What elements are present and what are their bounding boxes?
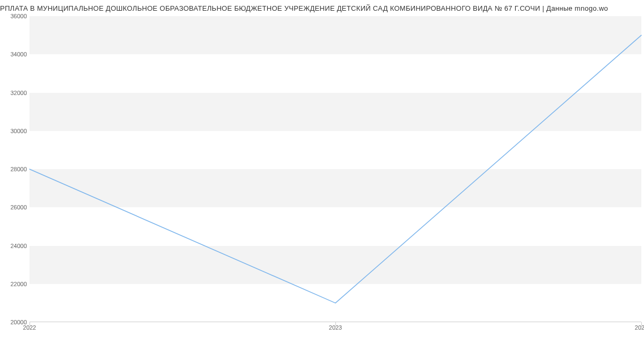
y-tick-label: 22000: [3, 281, 27, 287]
x-tick-label: 2023: [329, 324, 342, 331]
y-tick-label: 32000: [3, 90, 27, 96]
plot-area: [30, 16, 641, 322]
y-tick-label: 36000: [3, 13, 27, 19]
series-line: [30, 35, 641, 303]
y-tick-label: 34000: [3, 51, 27, 57]
y-tick-label: 28000: [3, 166, 27, 172]
x-tick-label: 2024: [635, 324, 644, 331]
y-tick-label: 26000: [3, 204, 27, 210]
line-layer: [30, 16, 641, 322]
y-tick-label: 30000: [3, 128, 27, 134]
chart-title: РПЛАТА В МУНИЦИПАЛЬНОЕ ДОШКОЛЬНОЕ ОБРАЗО…: [0, 4, 644, 12]
chart-container: РПЛАТА В МУНИЦИПАЛЬНОЕ ДОШКОЛЬНОЕ ОБРАЗО…: [0, 0, 644, 349]
y-tick-label: 24000: [3, 243, 27, 249]
x-tick-label: 2022: [23, 324, 36, 331]
